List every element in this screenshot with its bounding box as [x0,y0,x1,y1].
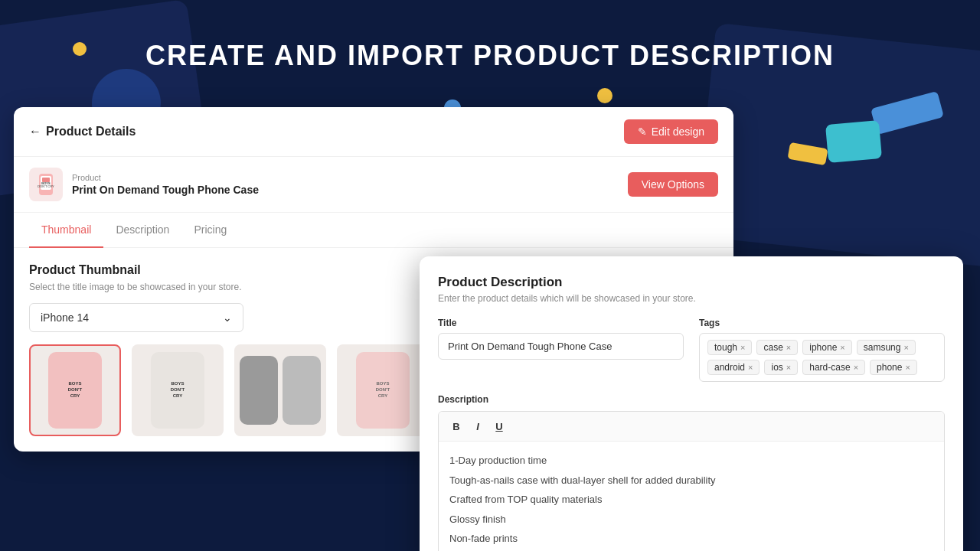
product-info-left: BOYS DON'T CRY Product Print On Demand T… [29,168,259,201]
tag-item: case× [756,340,798,355]
description-editor: B I U 1-Day production timeTough-as-nail… [438,411,945,551]
product-name: Print On Demand Tough Phone Case [72,184,259,196]
tag-item: ios× [764,360,798,375]
thumbnail-image-4[interactable]: BOYSDON'TCRY [337,344,429,436]
italic-button[interactable]: I [468,416,488,436]
product-details-title: Product Details [46,125,136,139]
product-icon: BOYS DON'T CRY [29,168,63,201]
tag-item: samsung× [857,340,916,355]
tag-label: ios [771,362,782,373]
title-input[interactable] [438,333,684,360]
tags-field-group: Tags tough×case×iphone×samsung×android×i… [699,318,945,382]
tab-description[interactable]: Description [103,213,181,248]
tag-remove-icon[interactable]: × [748,363,753,372]
back-link[interactable]: ← Product Details [29,125,136,139]
page-title: CREATE AND IMPORT PRODUCT DESCRIPTION [0,40,980,72]
tags-container[interactable]: tough×case×iphone×samsung×android×ios×ha… [699,333,945,382]
product-description-modal: Product Description Enter the product de… [420,256,963,551]
tab-thumbnail[interactable]: Thumbnail [29,213,103,248]
tag-remove-icon[interactable]: × [905,363,910,372]
editor-line: Crafted from TOP quality materials [449,490,933,510]
thumbnail-image-3[interactable] [234,344,326,436]
tag-label: case [763,342,782,353]
card-header: ← Product Details ✎ Edit design [14,107,733,157]
tag-label: tough [714,342,737,353]
tag-remove-icon[interactable]: × [903,343,908,352]
shape-teal-right [825,120,882,163]
editor-line: Glossy finish [449,510,933,530]
editor-line: Non-fade prints [449,529,933,549]
tag-item: hard-case× [802,360,865,375]
thumbnail-image-1[interactable]: BOYSDON'TCRY [29,344,121,436]
tag-item: tough× [707,340,752,355]
tag-item: phone× [870,360,917,375]
modal-title: Product Description [438,275,945,290]
tag-item: iphone× [802,340,851,355]
svg-text:DON'T CRY: DON'T CRY [38,184,54,188]
title-label: Title [438,318,684,328]
title-field-group: Title [438,318,684,382]
tag-label: samsung [864,342,901,353]
tag-remove-icon[interactable]: × [786,363,791,372]
product-info-row: BOYS DON'T CRY Product Print On Demand T… [14,157,733,213]
view-options-button[interactable]: View Options [628,172,718,197]
tag-remove-icon[interactable]: × [840,343,844,352]
editor-line: 1-Day production time [449,451,933,471]
editor-toolbar: B I U [439,412,944,442]
tab-pricing[interactable]: Pricing [181,213,239,248]
iphone-model-dropdown[interactable]: iPhone 14 ⌄ [29,303,243,332]
tags-label: Tags [699,318,945,328]
modal-fields: Title Tags tough×case×iphone×samsung×and… [438,318,945,382]
thumbnail-image-2[interactable]: BOYSDON'TCRY [132,344,224,436]
editor-content[interactable]: 1-Day production timeTough-as-nails case… [439,442,944,551]
tabs-row: Thumbnail Description Pricing [14,213,733,248]
tag-remove-icon[interactable]: × [786,343,791,352]
tag-label: hard-case [809,362,850,373]
chevron-down-icon: ⌄ [223,311,232,324]
tag-remove-icon[interactable]: × [854,363,858,372]
pencil-icon: ✎ [638,126,647,138]
back-arrow-icon: ← [29,125,41,139]
tag-label: phone [877,362,902,373]
tag-item: android× [707,360,760,375]
bold-button[interactable]: B [446,416,466,436]
tag-remove-icon[interactable]: × [740,343,745,352]
editor-line: Tough-as-nails case with dual-layer shel… [449,471,933,491]
product-label: Product [72,173,259,182]
tag-label: android [714,362,745,373]
underline-button[interactable]: U [489,416,509,436]
modal-subtitle: Enter the product details which will be … [438,293,945,304]
dot-yellow-right [597,88,612,103]
edit-design-button[interactable]: ✎ Edit design [624,119,718,144]
description-label: Description [438,394,945,405]
product-info-text: Product Print On Demand Tough Phone Case [72,173,259,196]
tag-label: iphone [809,342,837,353]
